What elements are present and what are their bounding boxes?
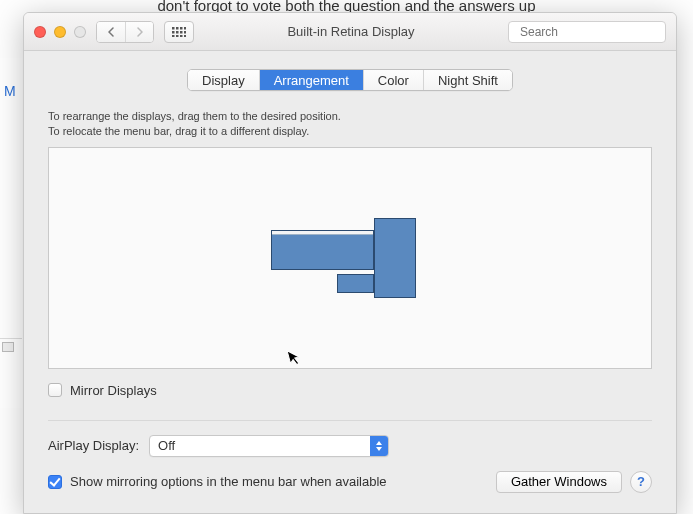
bottom-row: Show mirroring options in the menu bar w… [48,471,652,493]
divider [48,420,652,421]
mirror-displays-label: Mirror Displays [70,383,157,398]
svg-rect-4 [172,31,175,34]
airplay-label: AirPlay Display: [48,438,139,453]
airplay-select-value: Off [150,438,370,453]
tab-night-shift[interactable]: Night Shift [423,70,512,90]
tab-display[interactable]: Display [188,70,259,90]
forward-button[interactable] [125,22,153,42]
show-all-button[interactable] [164,21,194,43]
grid-icon [172,27,186,37]
zoom-window-button [74,26,86,38]
nav-back-forward [96,21,154,43]
tab-color[interactable]: Color [363,70,423,90]
gather-windows-button[interactable]: Gather Windows [496,471,622,493]
menu-bar-indicator[interactable] [272,231,373,235]
display-3[interactable] [337,274,374,293]
back-button[interactable] [97,22,125,42]
close-window-button[interactable] [34,26,46,38]
svg-rect-11 [184,35,186,37]
arrangement-area[interactable] [48,147,652,369]
show-mirroring-label: Show mirroring options in the menu bar w… [70,474,387,489]
minimize-window-button[interactable] [54,26,66,38]
content-area: Display Arrangement Color Night Shift To… [24,51,676,513]
airplay-row: AirPlay Display: Off [48,435,652,457]
tab-arrangement[interactable]: Arrangement [259,70,363,90]
window-title: Built-in Retina Display [204,24,498,39]
mirror-displays-row: Mirror Displays [48,383,652,398]
help-button[interactable]: ? [630,471,652,493]
mirror-displays-checkbox[interactable] [48,383,62,397]
svg-rect-8 [172,35,175,37]
tab-bar: Display Arrangement Color Night Shift [187,69,513,91]
preferences-window: Built-in Retina Display Display Arrangem… [23,12,677,514]
svg-rect-5 [176,31,179,34]
instructions-line-2: To relocate the menu bar, drag it to a d… [48,124,652,139]
search-input[interactable] [520,25,670,39]
airplay-select[interactable]: Off [149,435,389,457]
display-2[interactable] [374,218,416,298]
svg-rect-1 [176,27,179,30]
display-1[interactable] [271,230,374,270]
instructions: To rearrange the displays, drag them to … [48,109,652,139]
select-stepper-icon [370,436,388,456]
traffic-lights [34,26,86,38]
svg-rect-7 [184,31,186,34]
background-sidebar-letter: M [4,83,16,99]
svg-rect-3 [184,27,186,30]
show-mirroring-checkbox[interactable] [48,475,62,489]
svg-rect-9 [176,35,179,37]
svg-rect-10 [180,35,183,37]
background-sidebar: M [0,58,22,408]
titlebar: Built-in Retina Display [24,13,676,51]
background-thumbnail [2,342,14,352]
svg-rect-0 [172,27,175,30]
svg-rect-6 [180,31,183,34]
svg-rect-2 [180,27,183,30]
instructions-line-1: To rearrange the displays, drag them to … [48,109,652,124]
search-field[interactable] [508,21,666,43]
